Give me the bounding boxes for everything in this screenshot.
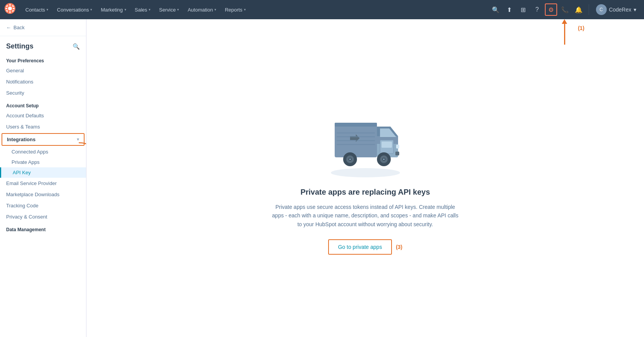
sidebar-sub-item-connected-apps[interactable]: Connected Apps <box>0 147 86 157</box>
svg-point-27 <box>383 158 385 160</box>
cta-row: Go to private apps (3) <box>328 239 403 255</box>
sidebar-item-marketplace-downloads[interactable]: Marketplace Downloads <box>0 189 86 200</box>
go-to-private-apps-button[interactable]: Go to private apps <box>328 239 392 255</box>
nav-divider <box>589 4 589 15</box>
marketplace-icon[interactable]: ⊞ <box>517 3 529 16</box>
page-description: Private apps use secure access tokens in… <box>269 203 461 229</box>
svg-point-1 <box>8 7 12 10</box>
svg-rect-3 <box>10 11 11 13</box>
nav-reports[interactable]: Reports▾ <box>221 5 250 15</box>
nav-marketing[interactable]: Marketing▾ <box>97 5 130 15</box>
sidebar-title: Settings <box>6 42 33 50</box>
nav-conversations[interactable]: Conversations▾ <box>53 5 96 15</box>
sidebar-sub-item-private-apps[interactable]: Private Apps <box>0 157 86 167</box>
help-icon[interactable]: ? <box>531 3 543 16</box>
chevron-down-icon: ▾ <box>634 7 636 13</box>
sidebar-search-icon[interactable]: 🔍 <box>73 43 80 50</box>
notifications-icon[interactable]: 🔔 <box>573 3 585 16</box>
annotation-label-3: (3) <box>396 244 402 250</box>
annotation-label-1: (1) <box>578 25 584 31</box>
upgrade-icon[interactable]: ⬆ <box>503 3 516 16</box>
user-name: CodeRex <box>609 7 631 13</box>
svg-rect-33 <box>337 140 375 141</box>
svg-rect-31 <box>337 132 375 133</box>
sidebar-item-users-teams[interactable]: Users & Teams <box>0 121 86 132</box>
search-icon[interactable]: 🔍 <box>490 3 502 16</box>
svg-rect-32 <box>337 136 375 137</box>
back-arrow-icon: ← <box>6 25 11 30</box>
svg-point-26 <box>349 158 351 160</box>
section-header-data-management: Data Management <box>0 222 86 234</box>
nav-service[interactable]: Service▾ <box>155 5 183 15</box>
main-content: Private apps are replacing API keys Priv… <box>86 19 644 337</box>
user-menu[interactable]: C CodeRex ▾ <box>593 3 639 17</box>
sidebar-item-account-defaults[interactable]: Account Defaults <box>0 110 86 121</box>
truck-svg <box>323 102 408 179</box>
sidebar-title-row: Settings 🔍 <box>0 36 86 53</box>
nav-automation[interactable]: Automation▾ <box>184 5 220 15</box>
main-layout: ← Back Settings 🔍 Your Preferences Gener… <box>0 19 644 337</box>
svg-rect-29 <box>395 152 399 155</box>
svg-point-11 <box>331 168 400 177</box>
sidebar-item-security[interactable]: Security <box>0 87 86 98</box>
svg-rect-4 <box>5 8 7 9</box>
svg-rect-34 <box>337 144 375 145</box>
svg-rect-2 <box>10 4 11 6</box>
back-button[interactable]: ← Back <box>0 19 86 36</box>
nav-contacts[interactable]: Contacts▾ <box>22 5 52 15</box>
sidebar-item-general[interactable]: General <box>0 65 86 76</box>
avatar: C <box>596 4 607 15</box>
calls-icon[interactable]: 📞 <box>559 3 571 16</box>
sidebar-item-email-service[interactable]: Email Service Provider <box>0 178 86 189</box>
nav-right-actions: 🔍 ⬆ ⊞ ? ⚙ 📞 🔔 C CodeRex ▾ <box>490 3 639 17</box>
sidebar-item-integrations[interactable]: Integrations ▾ <box>2 133 85 146</box>
svg-rect-30 <box>396 145 399 148</box>
sidebar-item-tracking-code[interactable]: Tracking Code <box>0 200 86 211</box>
section-header-preferences: Your Preferences <box>0 53 86 65</box>
nav-links: Contacts▾ Conversations▾ Marketing▾ Sale… <box>22 5 490 15</box>
sidebar-sub-item-api-key[interactable]: API Key <box>0 167 86 178</box>
settings-icon[interactable]: ⚙ <box>545 3 557 16</box>
sidebar: ← Back Settings 🔍 Your Preferences Gener… <box>0 19 86 337</box>
sidebar-item-notifications[interactable]: Notifications <box>0 76 86 87</box>
top-nav: Contacts▾ Conversations▾ Marketing▾ Sale… <box>0 0 644 19</box>
hubspot-logo[interactable] <box>5 3 15 16</box>
section-header-account-setup: Account Setup <box>0 98 86 110</box>
nav-sales[interactable]: Sales▾ <box>131 5 155 15</box>
back-label: Back <box>13 25 25 30</box>
chevron-down-icon: ▾ <box>77 137 79 142</box>
svg-rect-19 <box>382 142 392 148</box>
page-heading: Private apps are replacing API keys <box>300 188 430 197</box>
truck-illustration <box>323 102 408 179</box>
svg-rect-17 <box>335 123 377 127</box>
svg-rect-5 <box>13 8 15 9</box>
sidebar-item-privacy-consent[interactable]: Privacy & Consent <box>0 211 86 222</box>
